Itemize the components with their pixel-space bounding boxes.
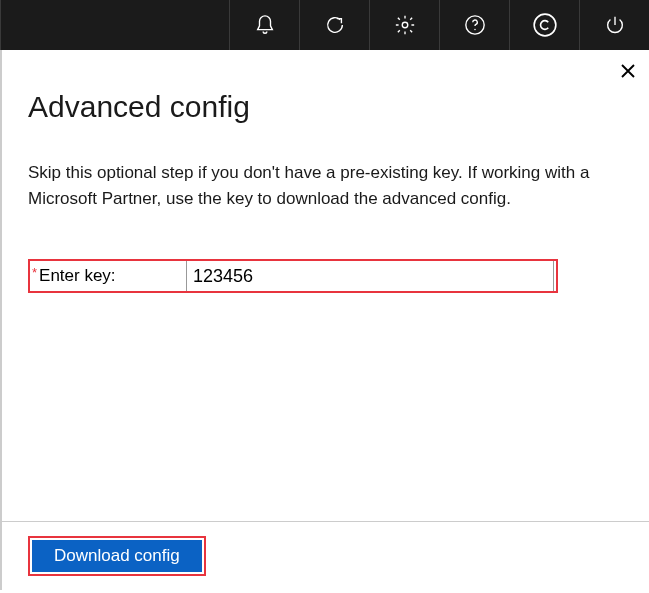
gear-icon: [394, 14, 416, 36]
power-icon: [604, 14, 626, 36]
field-label-wrap: * Enter key:: [30, 261, 186, 291]
svg-point-2: [474, 29, 475, 30]
svg-point-0: [402, 22, 408, 28]
advanced-config-panel: Advanced config Skip this optional step …: [0, 50, 649, 522]
notifications-button[interactable]: [229, 0, 299, 50]
enter-key-field-row: * Enter key:: [28, 259, 558, 293]
help-button[interactable]: [439, 0, 509, 50]
enter-key-input[interactable]: [186, 261, 554, 291]
svg-point-3: [534, 14, 556, 36]
help-icon: [464, 14, 486, 36]
download-button-highlight: Download config: [28, 536, 206, 576]
page-description: Skip this optional step if you don't hav…: [28, 160, 623, 211]
close-icon: [619, 62, 637, 80]
refresh-button[interactable]: [299, 0, 369, 50]
close-button[interactable]: [619, 62, 637, 84]
settings-button[interactable]: [369, 0, 439, 50]
copyright-icon: [532, 12, 558, 38]
refresh-icon: [324, 14, 346, 36]
download-config-button[interactable]: Download config: [32, 540, 202, 572]
copyright-button[interactable]: [509, 0, 579, 50]
required-marker: *: [32, 261, 37, 280]
bell-icon: [254, 14, 276, 36]
power-button[interactable]: [579, 0, 649, 50]
top-toolbar: [0, 0, 649, 50]
page-title: Advanced config: [28, 90, 623, 124]
panel-footer: Download config: [0, 522, 649, 590]
enter-key-label: Enter key:: [39, 266, 116, 286]
